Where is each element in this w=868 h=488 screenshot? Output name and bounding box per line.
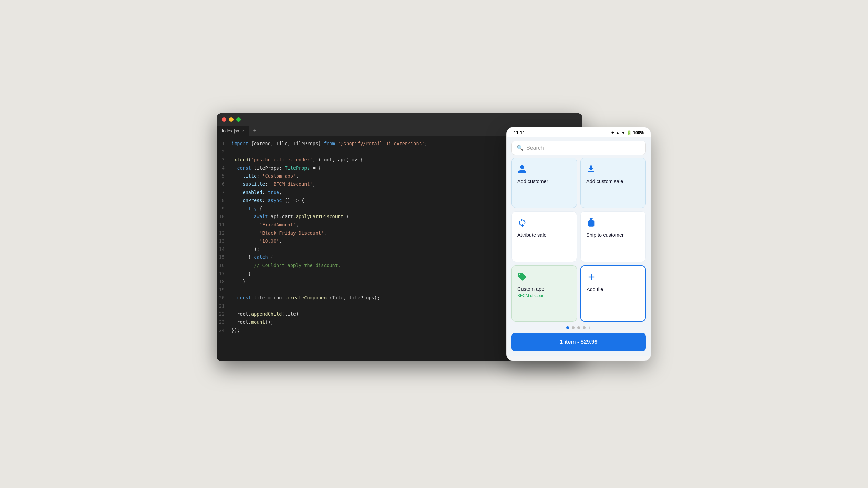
code-text: }); <box>231 327 240 335</box>
line-number: 18 <box>217 278 231 286</box>
search-icon: 🔍 <box>517 145 524 151</box>
line-number: 3 <box>217 156 231 164</box>
code-token: : <box>257 173 262 179</box>
code-token: , <box>296 173 299 179</box>
code-token: createComponent <box>288 295 330 300</box>
code-token: from <box>324 141 335 146</box>
code-token: onPress <box>243 198 262 203</box>
line-number: 13 <box>217 237 231 245</box>
maximize-button[interactable] <box>236 117 241 122</box>
code-token: (); <box>265 319 273 325</box>
code-token: catch <box>254 254 268 260</box>
line-number: 6 <box>217 181 231 188</box>
code-token: const <box>237 165 251 171</box>
tile-add-custom-sale-label: Add custom sale <box>586 179 623 184</box>
battery-icon: 🔋 <box>627 130 632 135</box>
code-token <box>231 214 254 219</box>
code-token: (Tile, tileProps); <box>330 295 380 300</box>
tab-index-jsx[interactable]: index.jsx × <box>217 126 250 136</box>
code-token: try <box>248 206 257 211</box>
battery-percent: 100% <box>633 130 644 135</box>
code-token: { <box>257 206 262 211</box>
code-token: ); <box>231 246 259 252</box>
tile-attribute-sale-label: Attribute sale <box>517 232 547 238</box>
code-token: const <box>237 295 251 300</box>
code-token: true <box>268 190 279 195</box>
line-number: 21 <box>217 303 231 310</box>
code-token: , <box>296 222 299 227</box>
code-token: title <box>243 173 257 179</box>
plus-icon <box>587 272 596 283</box>
code-token <box>231 173 243 179</box>
code-text <box>231 303 234 310</box>
code-token: mount <box>251 319 265 325</box>
code-token <box>231 230 259 236</box>
line-number: 8 <box>217 197 231 204</box>
code-token <box>231 222 259 227</box>
search-bar[interactable]: 🔍 Search <box>512 141 646 155</box>
code-token: root. <box>231 311 251 317</box>
tile-add-tile[interactable]: Add tile <box>580 265 646 322</box>
code-text: } <box>231 270 251 278</box>
code-token <box>231 295 237 300</box>
code-token: appendChild <box>251 311 282 317</box>
code-token: (tile); <box>282 311 301 317</box>
status-icons: ✦ ▲ ▼ 🔋 100% <box>611 130 644 135</box>
code-token: 'Black Friday Discount' <box>259 230 324 236</box>
code-token: : <box>262 198 268 203</box>
code-token <box>231 181 243 187</box>
tab-close-icon[interactable]: × <box>242 128 245 133</box>
line-number: 17 <box>217 270 231 278</box>
code-token: 'FixedAmount' <box>259 222 296 227</box>
line-number: 24 <box>217 327 231 335</box>
code-text: const tile = root.createComponent(Tile, … <box>231 294 380 302</box>
tile-add-custom-sale[interactable]: Add custom sale <box>580 158 646 208</box>
code-text: 'Black Friday Discount', <box>231 230 327 237</box>
pagination-dot-2[interactable] <box>577 326 580 329</box>
code-token <box>231 198 243 203</box>
code-token: } <box>231 279 246 284</box>
pagination-add[interactable]: + <box>588 325 591 330</box>
refresh-icon <box>517 218 527 229</box>
close-button[interactable] <box>222 117 226 122</box>
code-token: tile = root. <box>251 295 288 300</box>
code-text: import {extend, Tile, TileProps} from '@… <box>231 140 427 148</box>
code-token: { <box>268 254 273 260</box>
tile-ship-to-customer[interactable]: Ship to customer <box>580 211 646 262</box>
code-token: = { <box>310 165 321 171</box>
code-token: } <box>231 271 251 276</box>
code-token <box>335 141 338 146</box>
main-container: index.jsx × + 1import {extend, Tile, Til… <box>217 113 651 375</box>
tab-add-button[interactable]: + <box>250 126 260 136</box>
tile-attribute-sale[interactable]: Attribute sale <box>512 211 577 262</box>
code-token: () => { <box>282 198 304 203</box>
code-token: 'pos.home.tile.render' <box>251 157 313 162</box>
code-token: async <box>268 198 282 203</box>
code-token: , <box>324 230 327 236</box>
upload-icon <box>586 164 596 175</box>
tile-custom-app[interactable]: Custom appBFCM discount <box>512 265 577 322</box>
line-number: 23 <box>217 319 231 326</box>
pagination-dot-0[interactable] <box>566 326 569 329</box>
pagination-dot-1[interactable] <box>572 326 575 329</box>
discount-icon <box>517 272 527 283</box>
code-token: extend <box>231 157 248 162</box>
pagination-dot-3[interactable] <box>583 326 586 329</box>
tile-add-customer[interactable]: Add customer <box>512 158 577 208</box>
code-text: const tileProps: TileProps = { <box>231 165 321 172</box>
code-token: await <box>254 214 268 219</box>
tile-ship-to-customer-label: Ship to customer <box>586 232 624 238</box>
checkout-button[interactable]: 1 item - $29.99 <box>512 333 646 351</box>
code-token: 'BFCM discount' <box>271 181 313 187</box>
code-token: '@shopify/retail-ui-extensions' <box>338 141 425 146</box>
line-number: 19 <box>217 286 231 294</box>
code-text: 'FixedAmount', <box>231 221 299 229</box>
phone-mockup: 11:11 ✦ ▲ ▼ 🔋 100% 🔍 Search Add customer… <box>506 127 651 361</box>
code-token: : <box>262 190 268 195</box>
code-token: {extend, Tile, TileProps} <box>248 141 324 146</box>
code-token <box>231 238 259 244</box>
code-token <box>231 263 254 268</box>
code-text: ); <box>231 246 259 253</box>
code-token: subtitle <box>243 181 265 187</box>
minimize-button[interactable] <box>229 117 234 122</box>
